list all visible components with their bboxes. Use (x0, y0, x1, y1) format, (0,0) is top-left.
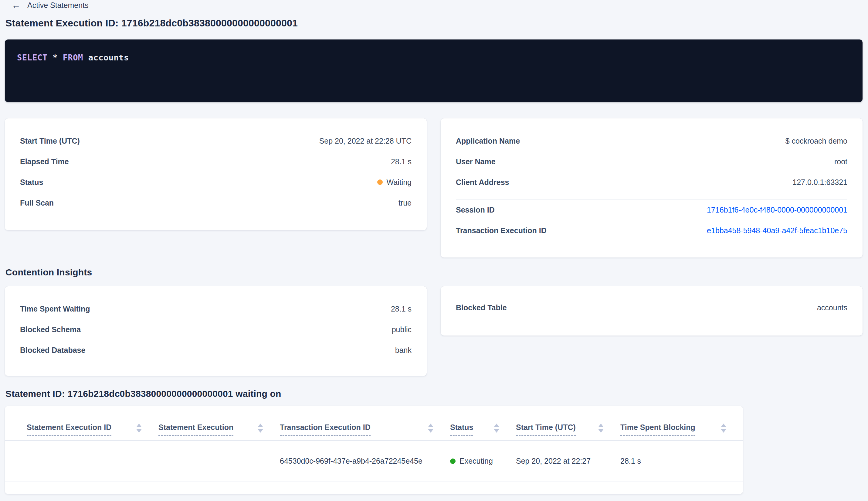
table-header-row: Statement Execution ID Statement Executi… (5, 406, 743, 440)
column-header-label: Status (450, 423, 473, 436)
status-value: Waiting (387, 178, 412, 187)
blocked-table-label: Blocked Table (456, 303, 507, 312)
row-full-scan: Full Scan true (20, 192, 412, 213)
cell-start-time: Sep 20, 2022 at 22:27 (516, 457, 620, 466)
column-header-time-spent-blocking[interactable]: Time Spent Blocking (620, 423, 743, 436)
blocked-database-label: Blocked Database (20, 346, 85, 355)
executing-status-dot-icon (450, 458, 456, 464)
start-time-label: Start Time (UTC) (20, 137, 80, 146)
row-blocked-schema: Blocked Schema public (20, 319, 412, 340)
status-label: Status (20, 178, 43, 187)
executing-status-value: Executing (459, 457, 493, 466)
sort-icon[interactable] (136, 424, 142, 433)
row-blocked-database: Blocked Database bank (20, 340, 412, 360)
column-header-label: Time Spent Blocking (620, 423, 695, 436)
contention-insights-heading: Contention Insights (6, 267, 92, 278)
time-spent-waiting-label: Time Spent Waiting (20, 305, 90, 313)
user-name-label: User Name (456, 157, 496, 166)
row-client-address: Client Address 127.0.0.1:63321 (456, 172, 847, 192)
sort-icon[interactable] (598, 424, 604, 433)
column-header-label: Statement Execution ID (27, 423, 111, 436)
status-badge: Waiting (377, 178, 412, 187)
sql-keyword-select: SELECT (17, 53, 48, 62)
column-header-label: Transaction Execution ID (280, 423, 371, 436)
start-time-value: Sep 20, 2022 at 22:28 UTC (319, 137, 412, 146)
row-session-id: Session ID 1716b1f6-4e0c-f480-0000-00000… (456, 200, 847, 220)
elapsed-time-label: Elapsed Time (20, 157, 69, 166)
row-status: Status Waiting (20, 172, 412, 192)
application-name-label: Application Name (456, 137, 520, 146)
back-link-active-statements[interactable]: ← Active Statements (12, 1, 88, 10)
column-header-start-time[interactable]: Start Time (UTC) (516, 423, 620, 436)
row-elapsed-time: Elapsed Time 28.1 s (20, 151, 412, 172)
waiting-status-dot-icon (377, 180, 383, 185)
column-header-status[interactable]: Status (450, 423, 516, 436)
full-scan-value: true (399, 199, 412, 207)
user-name-value: root (834, 157, 847, 166)
column-header-statement-execution[interactable]: Statement Execution (159, 423, 280, 436)
cell-time-spent-blocking: 28.1 s (620, 457, 743, 466)
client-address-label: Client Address (456, 178, 509, 187)
row-application-name: Application Name $ cockroach demo (456, 130, 847, 151)
row-blocked-table: Blocked Table accounts (456, 297, 847, 318)
sort-icon[interactable] (721, 424, 726, 433)
row-transaction-execution-id: Transaction Execution ID e1bba458-5948-4… (456, 220, 847, 241)
back-link-label: Active Statements (27, 1, 88, 10)
elapsed-time-value: 28.1 s (391, 157, 412, 166)
waiting-statements-table: Statement Execution ID Statement Executi… (5, 406, 743, 494)
table-row: 64530d0c-969f-437e-a9b4-26a72245e45e Exe… (5, 440, 743, 482)
sql-table-name: accounts (88, 53, 129, 62)
full-scan-label: Full Scan (20, 199, 54, 207)
blocked-database-value: bank (395, 346, 412, 355)
blocked-table-value: accounts (817, 303, 847, 312)
column-header-transaction-execution-id[interactable]: Transaction Execution ID (280, 423, 450, 436)
cell-transaction-execution-id: 64530d0c-969f-437e-a9b4-26a72245e45e (280, 457, 450, 466)
blocked-schema-value: public (392, 325, 412, 334)
contention-left-card: Time Spent Waiting 28.1 s Blocked Schema… (5, 286, 427, 376)
application-name-value: $ cockroach demo (785, 137, 847, 146)
sort-icon[interactable] (494, 424, 499, 433)
waiting-on-heading: Statement ID: 1716b218dc0b38380000000000… (6, 389, 281, 399)
column-header-statement-execution-id[interactable]: Statement Execution ID (27, 423, 159, 436)
time-spent-waiting-value: 28.1 s (391, 305, 412, 313)
row-user-name: User Name root (456, 151, 847, 172)
overview-card: Start Time (UTC) Sep 20, 2022 at 22:28 U… (5, 118, 427, 230)
page-title: Statement Execution ID: 1716b218dc0b3838… (6, 18, 298, 29)
session-card: Application Name $ cockroach demo User N… (441, 118, 862, 257)
transaction-execution-id-link[interactable]: e1bba458-5948-40a9-a42f-5feac1b10e75 (707, 226, 847, 235)
sql-star: * (53, 53, 58, 62)
sort-icon[interactable] (428, 424, 433, 433)
cell-status: Executing (450, 457, 516, 466)
transaction-execution-id-label: Transaction Execution ID (456, 226, 546, 235)
sql-statement-box: SELECT * FROM accounts (5, 40, 862, 102)
back-arrow-icon: ← (12, 1, 21, 10)
blocked-schema-label: Blocked Schema (20, 325, 81, 334)
session-id-label: Session ID (456, 205, 495, 214)
session-id-link[interactable]: 1716b1f6-4e0c-f480-0000-000000000001 (707, 205, 847, 214)
contention-right-card: Blocked Table accounts (441, 286, 862, 335)
client-address-value: 127.0.0.1:63321 (792, 178, 847, 187)
row-time-spent-waiting: Time Spent Waiting 28.1 s (20, 298, 412, 319)
row-start-time: Start Time (UTC) Sep 20, 2022 at 22:28 U… (20, 130, 412, 151)
column-header-label: Statement Execution (159, 423, 234, 436)
statement-details-page: ← Active Statements Statement Execution … (0, 0, 868, 501)
sql-keyword-from: FROM (63, 53, 83, 62)
column-header-label: Start Time (UTC) (516, 423, 576, 436)
sort-icon[interactable] (258, 424, 263, 433)
